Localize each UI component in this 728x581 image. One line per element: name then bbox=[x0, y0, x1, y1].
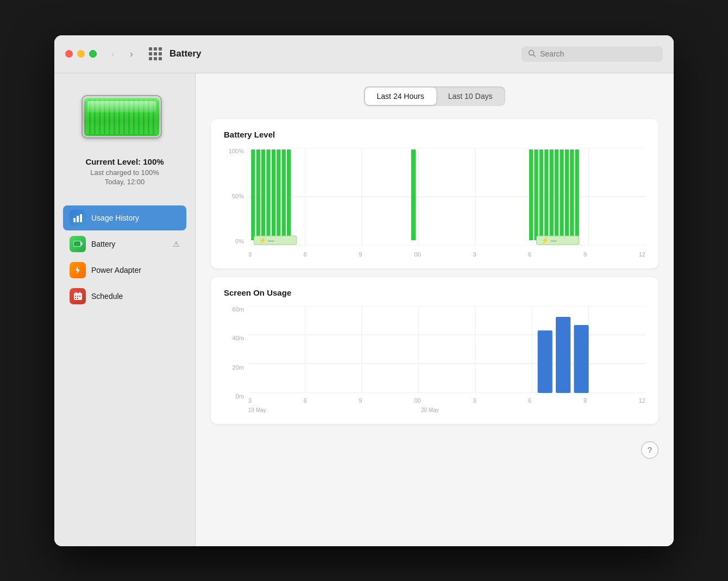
svg-rect-37 bbox=[539, 149, 543, 240]
battery-x-axis: 3 6 9 00 3 6 9 12 bbox=[248, 248, 645, 258]
screen-usage-chart-area: 60m 40m 20m 0m bbox=[224, 306, 645, 413]
svg-rect-3 bbox=[77, 216, 79, 222]
battery-label: Battery bbox=[91, 240, 115, 248]
window-title: Battery bbox=[170, 48, 522, 59]
traffic-lights bbox=[65, 50, 97, 58]
svg-rect-14 bbox=[79, 296, 80, 297]
svg-rect-34 bbox=[411, 149, 416, 240]
minimize-button[interactable] bbox=[77, 50, 85, 58]
nav-buttons: ‹ › bbox=[105, 46, 139, 61]
svg-rect-10 bbox=[76, 292, 77, 294]
svg-rect-28 bbox=[261, 149, 265, 240]
svg-rect-60 bbox=[556, 317, 570, 393]
tab-last-10-days[interactable]: Last 10 Days bbox=[436, 88, 505, 105]
svg-marker-8 bbox=[76, 266, 80, 274]
svg-rect-7 bbox=[74, 241, 80, 246]
main-panel: Last 24 Hours Last 10 Days Battery Level… bbox=[196, 73, 674, 546]
charge-time-label: Today, 12:00 bbox=[85, 178, 164, 186]
usage-history-icon bbox=[70, 210, 86, 226]
battery-level-svg: ⚡ — ⚡ — bbox=[248, 148, 645, 246]
sidebar-nav: Usage History Battery ⚠ bbox=[63, 205, 186, 310]
svg-rect-13 bbox=[77, 296, 78, 297]
sidebar-item-power-adapter[interactable]: Power Adapter bbox=[63, 258, 186, 283]
main-window: ‹ › Battery bbox=[54, 35, 674, 546]
svg-rect-35 bbox=[529, 149, 533, 240]
help-button[interactable]: ? bbox=[641, 441, 658, 459]
current-level-label: Current Level: 100% bbox=[85, 157, 164, 166]
warning-icon: ⚠ bbox=[173, 240, 180, 248]
screen-x-axis: 3 6 9 00 3 6 9 12 bbox=[248, 395, 645, 404]
battery-level-chart-area: 100% 50% 0% bbox=[224, 148, 645, 258]
screen-usage-title: Screen On Usage bbox=[224, 288, 645, 297]
tab-switcher: Last 24 Hours Last 10 Days bbox=[364, 86, 506, 106]
svg-rect-61 bbox=[574, 325, 588, 393]
svg-rect-44 bbox=[575, 149, 579, 240]
power-adapter-icon bbox=[70, 262, 86, 278]
sidebar: Current Level: 100% Last charged to 100%… bbox=[54, 73, 196, 546]
battery-chart-content: ⚡ — ⚡ — 3 6 9 00 3 6 9 bbox=[248, 148, 645, 258]
svg-rect-27 bbox=[256, 149, 260, 240]
svg-rect-33 bbox=[287, 149, 291, 240]
svg-rect-31 bbox=[277, 149, 280, 240]
svg-rect-6 bbox=[81, 242, 83, 246]
svg-rect-29 bbox=[266, 149, 270, 240]
svg-rect-12 bbox=[75, 296, 76, 297]
grid-icon[interactable] bbox=[147, 45, 164, 63]
last-charged-label: Last charged to 100% bbox=[85, 168, 164, 177]
svg-rect-26 bbox=[251, 149, 255, 240]
battery-y-axis: 100% 50% 0% bbox=[224, 148, 248, 258]
maximize-button[interactable] bbox=[89, 50, 97, 58]
svg-rect-36 bbox=[534, 149, 538, 240]
schedule-icon bbox=[70, 288, 86, 304]
svg-text:⚡ —: ⚡ — bbox=[259, 236, 275, 244]
battery-fill bbox=[84, 98, 159, 136]
svg-rect-4 bbox=[80, 214, 82, 222]
svg-rect-38 bbox=[544, 149, 548, 240]
battery-body bbox=[81, 95, 162, 139]
battery-bars-group1 bbox=[251, 149, 291, 240]
battery-bars-group3 bbox=[529, 149, 579, 240]
battery-level-title: Battery Level bbox=[224, 130, 645, 139]
schedule-label: Schedule bbox=[91, 292, 123, 301]
svg-rect-42 bbox=[565, 149, 569, 240]
battery-level-chart-card: Battery Level 100% 50% 0% bbox=[211, 119, 658, 268]
back-button[interactable]: ‹ bbox=[105, 46, 121, 61]
sidebar-item-schedule[interactable]: Schedule bbox=[63, 284, 186, 309]
search-input[interactable] bbox=[540, 49, 656, 58]
search-bar[interactable] bbox=[522, 46, 663, 62]
sidebar-item-battery[interactable]: Battery ⚠ bbox=[63, 232, 186, 257]
screen-usage-chart-card: Screen On Usage 60m 40m 20m 0m bbox=[211, 277, 658, 424]
usage-history-label: Usage History bbox=[91, 214, 139, 222]
screen-y-axis: 60m 40m 20m 0m bbox=[224, 306, 248, 413]
forward-button[interactable]: › bbox=[124, 46, 139, 61]
svg-line-1 bbox=[534, 54, 536, 57]
svg-rect-59 bbox=[538, 330, 553, 393]
svg-rect-32 bbox=[282, 149, 286, 240]
power-adapter-label: Power Adapter bbox=[91, 266, 141, 274]
svg-rect-40 bbox=[555, 149, 558, 240]
close-button[interactable] bbox=[65, 50, 73, 58]
svg-rect-11 bbox=[79, 292, 80, 294]
battery-nav-icon bbox=[70, 236, 86, 252]
svg-text:⚡ —: ⚡ — bbox=[541, 236, 557, 244]
tab-last-24-hours[interactable]: Last 24 Hours bbox=[365, 88, 436, 105]
screen-chart-content: 3 6 9 00 3 6 9 12 19 May bbox=[248, 306, 645, 413]
svg-rect-41 bbox=[560, 149, 563, 240]
svg-rect-39 bbox=[550, 149, 554, 240]
svg-rect-30 bbox=[272, 149, 275, 240]
titlebar: ‹ › Battery bbox=[54, 35, 674, 73]
sidebar-item-usage-history[interactable]: Usage History bbox=[63, 205, 186, 230]
svg-rect-15 bbox=[75, 298, 76, 299]
main-content: Current Level: 100% Last charged to 100%… bbox=[54, 73, 674, 546]
svg-rect-2 bbox=[73, 218, 76, 222]
screen-usage-svg bbox=[248, 306, 645, 393]
battery-icon bbox=[81, 95, 168, 144]
search-icon bbox=[528, 49, 536, 59]
svg-rect-43 bbox=[570, 149, 574, 240]
screen-date-labels: 19 May 20 May bbox=[248, 405, 645, 413]
battery-info: Current Level: 100% Last charged to 100%… bbox=[85, 157, 164, 186]
svg-rect-16 bbox=[77, 298, 78, 299]
